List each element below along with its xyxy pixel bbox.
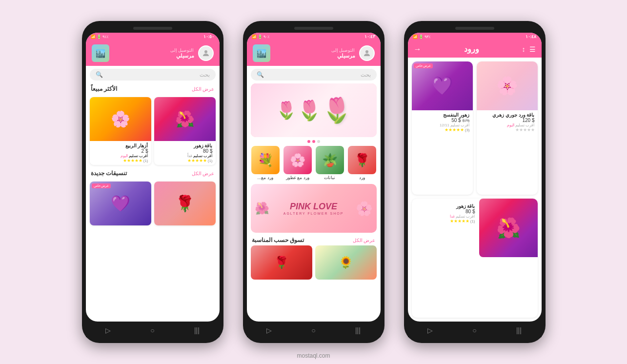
product-card-lily[interactable]: 🌺 باقة زهور $ 80 أقرب تسليم غدا (1) ★★★★…	[412, 199, 538, 318]
occasion-title: تسوق حسب المناسبة	[252, 237, 304, 243]
arrangement-img-1: 🌹	[154, 182, 216, 225]
bestseller-section-header: عرض الكل الأكثر مبيعاً	[86, 83, 220, 94]
category-row-2: 🌹 ورد 🪴 نباتات 🌸 ورد مع	[247, 146, 381, 180]
delivery-location-3: مرسيلي	[113, 53, 194, 59]
category-flowers-more[interactable]: 💐 ورد مع...	[251, 146, 280, 180]
nav-menu-2[interactable]: |||	[349, 324, 366, 336]
phone-2: 📶 🔋 ٩٠٪ ١٠:٤٣ التوصيل إلى مرسيلي 🏙️ بحث …	[243, 21, 384, 343]
product-card-purple[interactable]: 💜 عرض خاص زهور البنفسج $75 $ 50 أقرب تسل…	[412, 61, 473, 195]
main-banner-2[interactable]: 🌷 🌷 🌷	[251, 83, 377, 137]
bestseller-name-2: أزهار الربيع	[93, 143, 148, 148]
occasion-get-well[interactable]: 🌻	[315, 245, 377, 280]
product-info-lily: باقة زهور $ 80 أقرب تسليم غدا (1) ★★★★★	[412, 199, 479, 314]
sort-icon[interactable]: ↕	[522, 45, 526, 53]
delivery-label-2: التوصيل إلى	[274, 48, 355, 53]
pink-love-title: PINK LOVE	[283, 202, 344, 212]
watermark: mostaql.com	[297, 352, 330, 359]
search-text-2: بحث	[361, 72, 371, 78]
nav-home-2[interactable]: ○	[305, 324, 321, 336]
user-avatar-2[interactable]	[359, 45, 375, 61]
bestseller-price-2: $ 2	[93, 148, 148, 154]
phone-1-nav-bar: ||| ○ ▷	[408, 322, 542, 337]
occasion-cards-row: 🌻 🌹	[247, 245, 381, 280]
dot-1	[317, 140, 320, 143]
pink-love-subtitle: AGLTERY FLOWER SHOP	[283, 212, 344, 215]
phone-3: 📶 🔋 ٩١٪ ١٠:٥٠ التوصيل إلى مرسيلي 🏙️ بحث …	[82, 21, 223, 343]
phone-1: 📶 🔋 ٩٣٪ ١٠:٤٨ ☰ ↕ ورود → 🌸	[404, 21, 546, 343]
product-name-2: زهور البنفسج	[415, 112, 470, 118]
nav-back-3[interactable]: ▷	[100, 324, 117, 336]
product-price-1: $ 120	[480, 118, 535, 123]
phone-1-header: ☰ ↕ ورود →	[408, 40, 542, 58]
search-text-3: بحث	[200, 72, 210, 78]
nav-menu-3[interactable]: |||	[188, 324, 205, 336]
dot-2	[312, 140, 315, 143]
product-delivery-2: أقرب تسليم 12/11	[415, 123, 470, 127]
nav-home-1[interactable]: ○	[466, 324, 482, 336]
product-delivery-1: أقرب تسليم اليوم	[480, 123, 535, 127]
phone-3-content: عرض الكل الأكثر مبيعاً 🌺 باقة زهور $ 80	[86, 83, 220, 322]
phone-2-search-bar[interactable]: بحث 🔍	[251, 69, 377, 81]
phones-container: 📶 🔋 ٩٣٪ ١٠:٤٨ ☰ ↕ ورود → 🌸	[72, 11, 555, 353]
delivery-info-3: التوصيل إلى مرسيلي	[113, 48, 194, 59]
time-3: ١٠:٥٠	[203, 34, 215, 39]
search-icon-3: 🔍	[96, 71, 103, 78]
phone-1-product-grid: 🌸 باقة ورد جوري زهري $ 120 أقرب تسليم ال…	[408, 58, 542, 322]
category-label-plants: نباتات	[324, 175, 335, 180]
occasion-red-roses[interactable]: 🌹	[251, 245, 312, 280]
arrangement-card-2[interactable]: 💜 عرض خاص	[90, 182, 151, 225]
new-arrangements-grid: 🌹 💜 عرض خاص	[86, 179, 220, 228]
phone-3-header: التوصيل إلى مرسيلي 🏙️	[86, 40, 220, 66]
delivery-info-2: التوصيل إلى مرسيلي	[274, 48, 355, 59]
product-price-3: $ 80	[416, 209, 475, 214]
phone-1-status-bar: 📶 🔋 ٩٣٪ ١٠:٤٨	[408, 33, 542, 40]
nav-menu-1[interactable]: |||	[510, 324, 527, 336]
phone-notch-3	[133, 27, 172, 30]
phone-1-nav-icons: ☰ ↕	[522, 45, 536, 53]
occasion-link[interactable]: عرض الكل	[353, 238, 376, 243]
product-name-1: باقة ورد جوري زهري	[480, 112, 535, 118]
new-arrangements-header: عرض الكل تنسيقات جديدة	[86, 168, 220, 179]
bestseller-link[interactable]: عرض الكل	[192, 86, 215, 92]
search-icon-2: 🔍	[257, 71, 264, 78]
special-badge-arrangement: عرض خاص	[92, 183, 111, 188]
city-image-2: 🏙️	[253, 44, 270, 62]
arrangement-card-1[interactable]: 🌹	[154, 182, 216, 225]
product-rating-3: (1) ★★★★★	[416, 219, 475, 223]
product-card-pink-rose[interactable]: 🌸 باقة ورد جوري زهري $ 120 أقرب تسليم ال…	[477, 61, 538, 195]
phone-1-title: ورود	[464, 44, 479, 54]
nav-home-3[interactable]: ○	[144, 324, 160, 336]
bestseller-name-1: باقة زهور	[157, 143, 213, 148]
bestseller-card-1[interactable]: 🌺 باقة زهور $ 80 أقرب تسليم غداً (1) ★★★…	[154, 97, 216, 165]
battery-3: 📶 🔋 ٩١٪	[91, 35, 108, 39]
category-flowers[interactable]: 🌹 ورد	[347, 146, 377, 180]
phone-3-nav-bar: ||| ○ ▷	[86, 322, 220, 337]
nav-back-1[interactable]: ▷	[422, 324, 439, 336]
category-label-flowers-perfume: ورد مع عطور	[286, 175, 309, 180]
bestseller-card-2[interactable]: 🌸 أزهار الربيع $ 2 أقرب تسليم اليوم (1) …	[90, 97, 151, 165]
pink-love-banner[interactable]: PINK LOVE AGLTERY FLOWER SHOP 🌸 🌺	[251, 184, 377, 233]
phone-2-screen: 📶 🔋 ٩٠٪ ١٠:٤٣ التوصيل إلى مرسيلي 🏙️ بحث …	[247, 33, 381, 322]
phone-notch-2	[294, 27, 333, 30]
product-info-purple: زهور البنفسج $75 $ 50 أقرب تسليم 12/11 (…	[412, 110, 473, 134]
product-info-pink-rose: باقة ورد جوري زهري $ 120 أقرب تسليم اليو…	[477, 110, 538, 134]
city-image-3: 🏙️	[92, 44, 109, 62]
svg-point-0	[365, 50, 368, 53]
time-1: ١٠:٤٨	[526, 34, 537, 39]
phone-2-nav-bar: ||| ○ ▷	[247, 322, 381, 337]
category-plants[interactable]: 🪴 نباتات	[315, 146, 344, 180]
bestseller-info-2: أزهار الربيع $ 2 أقرب تسليم اليوم (1) ★★…	[90, 141, 151, 165]
filter-icon[interactable]: ☰	[529, 45, 536, 53]
nav-back-2[interactable]: ▷	[261, 324, 278, 336]
bestseller-grid: 🌺 باقة زهور $ 80 أقرب تسليم غداً (1) ★★★…	[86, 94, 220, 168]
occasion-section-header: عرض الكل تسوق حسب المناسبة	[247, 235, 381, 245]
bestseller-rating-1: (1) ★★★★★	[157, 158, 213, 163]
category-flowers-perfume[interactable]: 🌸 ورد مع عطور	[283, 146, 312, 180]
phone-3-search-bar[interactable]: بحث 🔍	[90, 69, 216, 81]
back-arrow-icon[interactable]: →	[414, 45, 422, 54]
bestseller-price-1: $ 80	[157, 148, 213, 154]
arrangement-img-2: 💜 عرض خاص	[90, 182, 151, 225]
user-avatar-3[interactable]	[198, 45, 214, 61]
new-arrangements-link[interactable]: عرض الكل	[192, 171, 215, 176]
product-name-3: باقة زهور	[416, 203, 475, 209]
